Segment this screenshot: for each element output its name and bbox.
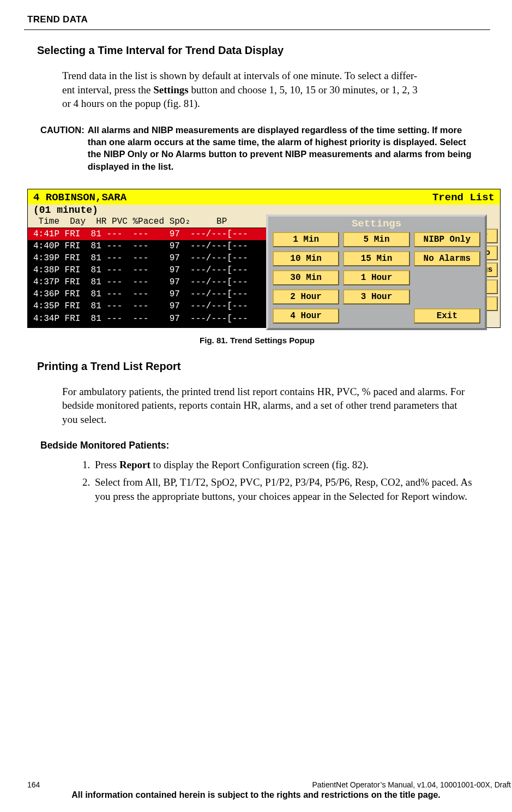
figure-caption: Fig. 81. Trend Settings Popup bbox=[27, 336, 487, 345]
popup-10min-button[interactable]: 10 Min bbox=[273, 251, 339, 266]
para-text: Trend data in the list is shown by defau… bbox=[62, 70, 417, 81]
interval-label: (01 minute) bbox=[28, 205, 500, 216]
step-text: Press bbox=[95, 459, 119, 470]
popup-blank bbox=[414, 270, 480, 285]
popup-1min-button[interactable]: 1 Min bbox=[273, 232, 339, 247]
caution-text: All alarms and NIBP measurements are dis… bbox=[88, 124, 474, 172]
popup-5min-button[interactable]: 5 Min bbox=[343, 232, 409, 247]
caution-note: CAUTION: All alarms and NIBP measurement… bbox=[40, 124, 474, 172]
popup-blank bbox=[343, 308, 409, 324]
para-text: ent interval, press the bbox=[62, 84, 153, 95]
popup-4hour-button[interactable]: 4 Hour bbox=[273, 308, 339, 324]
popup-30min-button[interactable]: 30 Min bbox=[273, 270, 339, 285]
settings-popup: Settings 1 Min 5 Min NIBP Only 10 Min 15… bbox=[266, 214, 487, 330]
section1-title: Selecting a Time Interval for Trend Data… bbox=[37, 44, 487, 57]
popup-1hour-button[interactable]: 1 Hour bbox=[343, 270, 409, 285]
running-header: TREND DATA bbox=[27, 14, 487, 25]
step-text: to display the Report Configuration scre… bbox=[150, 459, 369, 470]
para-text: button and choose 1, 5, 10, 15 or 30 min… bbox=[189, 84, 418, 95]
list-item: Press Report to display the Report Confi… bbox=[93, 458, 474, 472]
settings-bold: Settings bbox=[153, 84, 188, 95]
popup-exit-button[interactable]: Exit bbox=[414, 308, 480, 324]
popup-3hour-button[interactable]: 3 Hour bbox=[343, 289, 409, 304]
trend-settings-screenshot: 4 ROBINSON,SARA Trend List (01 minute) T… bbox=[27, 189, 501, 328]
popup-blank bbox=[414, 289, 480, 304]
section2-title: Printing a Trend List Report bbox=[37, 360, 487, 373]
bedside-steps: Press Report to display the Report Confi… bbox=[93, 458, 474, 504]
page-footer: 164 PatientNet Operator’s Manual, v1.04,… bbox=[0, 780, 512, 800]
rights-notice: All information contained herein is subj… bbox=[0, 790, 512, 800]
caution-label: CAUTION: bbox=[40, 124, 85, 172]
popup-nibp-only-button[interactable]: NIBP Only bbox=[414, 232, 480, 247]
report-bold: Report bbox=[119, 459, 150, 470]
list-item: Select from All, BP, T1/T2, SpO2, PVC, P… bbox=[93, 475, 474, 504]
section2-subtitle: Bedside Monitored Patients: bbox=[40, 440, 487, 451]
screen-name: Trend List bbox=[432, 192, 495, 204]
section2-paragraph: For ambulatory patients, the printed tre… bbox=[62, 385, 474, 427]
popup-2hour-button[interactable]: 2 Hour bbox=[273, 289, 339, 304]
popup-title: Settings bbox=[268, 217, 485, 232]
header-rule bbox=[24, 29, 490, 30]
patient-id: 4 ROBINSON,SARA bbox=[33, 192, 127, 204]
manual-ref: PatientNet Operator’s Manual, v1.04, 100… bbox=[312, 780, 511, 789]
screenshot-title-bar: 4 ROBINSON,SARA Trend List bbox=[28, 189, 500, 205]
section1-paragraph: Trend data in the list is shown by defau… bbox=[62, 69, 474, 111]
para-text: or 4 hours on the popup (fig. 81). bbox=[62, 98, 200, 109]
popup-15min-button[interactable]: 15 Min bbox=[343, 251, 409, 266]
page-number: 164 bbox=[27, 780, 40, 789]
popup-no-alarms-button[interactable]: No Alarms bbox=[414, 251, 480, 266]
